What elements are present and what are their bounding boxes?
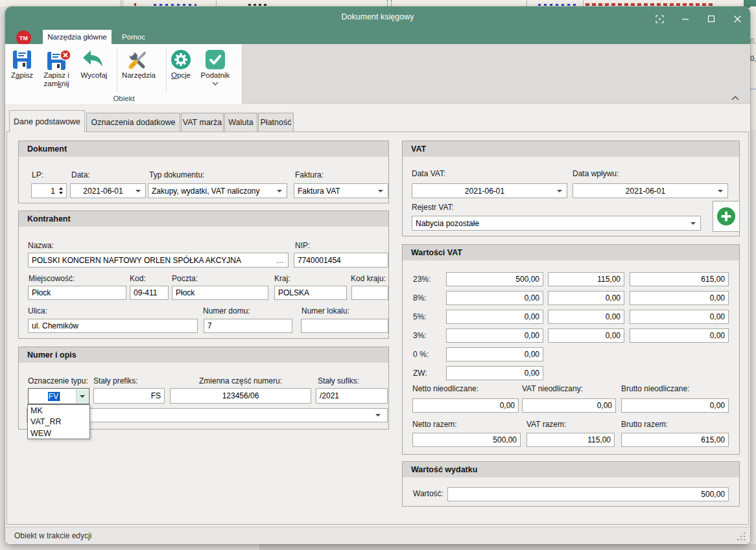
status-bar: Obiekt w trakcie edycji [5, 527, 750, 544]
tools-button[interactable]: Narzędzia [121, 71, 157, 80]
tab-waluta[interactable]: Waluta [224, 113, 257, 132]
background-column-fragment: 0,0 0,0 [750, 6, 756, 130]
titlebar[interactable]: Dokument księgowy [5, 6, 750, 30]
faktura-combobox[interactable]: Faktura VAT [294, 183, 388, 198]
netto-razem-input[interactable]: 500,00 [412, 433, 521, 447]
group-dokument-header: Dokument [19, 141, 388, 157]
save-icon[interactable] [12, 49, 32, 70]
vat-nieodliczany-label: VAT nieodliczany: [522, 384, 583, 393]
miejscowosc-input[interactable]: Płock [28, 286, 126, 300]
vat-nieodliczany-input[interactable]: 0,00 [522, 398, 616, 413]
rate-8-vat-input[interactable]: 0,00 [548, 291, 624, 305]
data-vat-label: Data VAT: [412, 169, 445, 178]
background-selection-fragment [750, 89, 756, 89]
rate-0-input[interactable]: 0,00 [446, 347, 543, 361]
maximize-button[interactable] [703, 10, 720, 27]
chevron-down-icon[interactable] [76, 389, 88, 403]
save-button[interactable]: Zapisz [5, 71, 39, 80]
tools-icon[interactable] [128, 49, 148, 70]
dropdown-item-wew[interactable]: WEW [28, 428, 89, 439]
chevron-down-icon [718, 190, 723, 192]
undo-button[interactable]: Wycofaj [77, 71, 112, 80]
netto-nieodliczane-input[interactable]: 0,00 [412, 398, 519, 413]
nazwa-label: Nazwa: [28, 241, 54, 250]
rate-5-netto-input[interactable]: 0,00 [446, 310, 543, 324]
undo-icon[interactable] [82, 49, 105, 70]
nip-input[interactable]: 7740001454 [294, 253, 388, 268]
close-button[interactable] [729, 10, 746, 27]
background-number-fragment: 0,0 [750, 37, 756, 45]
rate-5-brutto-input[interactable]: 0,00 [630, 310, 729, 324]
numer-lokalu-input[interactable] [301, 319, 388, 333]
rejestr-vat-combobox[interactable]: Nabycia pozostałe [412, 216, 701, 231]
more-button[interactable]: … [276, 253, 284, 267]
options-button[interactable]: Opcje [166, 71, 196, 80]
rate-8-label: 8%: [413, 293, 427, 303]
rate-3-vat-input[interactable]: 0,00 [548, 328, 624, 343]
fit-window-button[interactable] [651, 10, 668, 27]
tab-oznaczenia-dodatkowe[interactable]: Oznaczenia dodatkowe [86, 113, 180, 132]
rate-8-netto-input[interactable]: 0,00 [446, 291, 543, 305]
staly-sufiks-input[interactable]: /2021 [316, 388, 388, 404]
zmienna-czesc-input[interactable]: 123456/06 [170, 388, 311, 404]
nazwa-input[interactable]: POLSKI KONCERN NAFTOWY ORLEN SPÓŁKA AKCY… [28, 253, 289, 268]
oznaczenie-typu-dropdown: MK VAT_RR WEW [27, 404, 90, 439]
brutto-nieodliczane-label: Brutto nieodliczane: [621, 384, 689, 393]
rate-23-vat-input[interactable]: 115,00 [548, 272, 624, 286]
staly-sufiks-label: Stały sufiks: [318, 376, 359, 385]
minimize-button[interactable] [677, 10, 694, 27]
collapse-ribbon-icon[interactable] [731, 95, 740, 102]
vat-razem-input[interactable]: 115,00 [526, 433, 615, 447]
numer-domu-input[interactable]: 7 [204, 319, 292, 333]
save-and-close-button[interactable]: Zapisz izamknij [40, 71, 73, 88]
chevron-down-icon [557, 190, 562, 192]
background-table-strip [0, 0, 756, 6]
data-wplywu-combobox[interactable]: 2021-06-01 [573, 183, 728, 198]
ribbon-tab-narzedzia-glowne[interactable]: Narzędzia główne [43, 30, 112, 44]
data-combobox[interactable]: 2021-06-01 [70, 183, 146, 198]
typ-dokumentu-combobox[interactable]: Zakupy, wydatki, VAT naliczony [148, 183, 287, 198]
rate-8-brutto-input[interactable]: 0,00 [630, 291, 729, 305]
ribbon-group-label: Obiekt [5, 95, 242, 102]
kod-kraju-input[interactable] [351, 286, 388, 300]
rate-5-label: 5%: [413, 312, 427, 321]
close-icon [733, 15, 742, 23]
poczta-input[interactable]: Płock [172, 286, 268, 300]
tab-dane-podstawowe[interactable]: Dane podstawowe [9, 110, 85, 132]
tab-vat-marza[interactable]: VAT marża [181, 113, 224, 132]
ribbon-tab-pomoc[interactable]: Pomoc [118, 30, 149, 44]
taxpayer-button[interactable]: Podatnik [198, 71, 232, 80]
dialog-dokument-ksiegowy: Dokument księgowy TM Narzędzia główne Po… [5, 6, 750, 544]
rate-23-brutto-input[interactable]: 615,00 [630, 272, 729, 286]
add-rejestr-button[interactable] [713, 201, 740, 232]
wartosc-input[interactable]: 500,00 [447, 487, 729, 501]
miejscowosc-label: Miejscowość: [29, 274, 75, 283]
rate-23-netto-input[interactable]: 500,00 [446, 272, 543, 286]
data-label: Data: [71, 170, 90, 179]
brutto-nieodliczane-input[interactable]: 0,00 [621, 398, 729, 413]
rate-3-label: 3%: [413, 331, 427, 340]
wartosc-label: Wartość: [413, 489, 443, 498]
dropdown-item-vat-rr[interactable]: VAT_RR [28, 417, 89, 428]
rate-3-netto-input[interactable]: 0,00 [446, 328, 543, 343]
rate-5-vat-input[interactable]: 0,00 [548, 310, 624, 324]
rate-3-brutto-input[interactable]: 0,00 [630, 328, 729, 343]
kod-input[interactable]: 09-411 [130, 286, 169, 300]
dropdown-item-mk[interactable]: MK [28, 405, 89, 417]
data-vat-combobox[interactable]: 2021-06-01 [412, 183, 567, 198]
lp-spinner[interactable]: 1 [31, 183, 67, 198]
kraj-input[interactable]: POLSKA [274, 286, 347, 300]
ulica-input[interactable]: ul. Chemików [28, 319, 198, 333]
oznaczenie-typu-combobox[interactable]: FV [28, 388, 89, 404]
app-logo[interactable]: TM [16, 30, 31, 45]
brutto-razem-input[interactable]: 615,00 [621, 433, 729, 447]
taxpayer-icon[interactable] [205, 49, 226, 70]
chevron-down-icon [277, 190, 282, 192]
staly-prefiks-input[interactable]: FS [93, 388, 165, 404]
rate-zw-input[interactable]: 0,00 [446, 366, 543, 380]
options-icon[interactable] [171, 49, 191, 70]
chevron-down-icon[interactable] [212, 82, 219, 86]
tab-platnosc[interactable]: Płatność [258, 113, 294, 132]
save-and-close-icon[interactable] [46, 49, 72, 71]
chevron-down-icon [378, 190, 383, 192]
